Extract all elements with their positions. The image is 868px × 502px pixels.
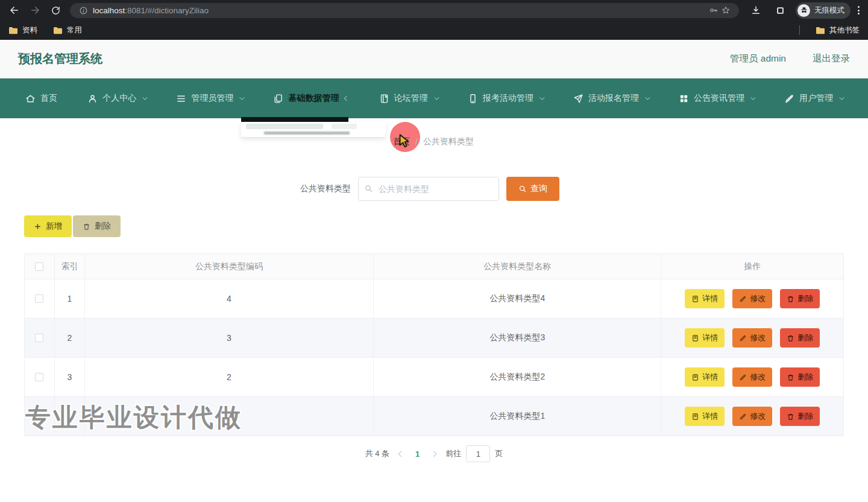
edit-button[interactable]: 修改 xyxy=(732,407,772,426)
table-toolbar: 新增 删除 xyxy=(24,215,121,237)
delete-button[interactable]: 删除 xyxy=(780,407,820,426)
nav-item-label: 公告资讯管理 xyxy=(694,93,744,104)
other-bookmarks[interactable]: 其他书签 xyxy=(816,25,860,36)
plus-icon xyxy=(34,223,42,230)
row-checkbox[interactable] xyxy=(35,334,43,342)
incognito-badge[interactable]: 无痕模式 xyxy=(796,2,851,19)
select-all-checkbox[interactable] xyxy=(35,262,43,271)
table-header-row: 索引 公共资料类型编码 公共资料类型名称 操作 xyxy=(25,254,843,279)
document-copy-icon xyxy=(273,94,283,104)
row-checkbox[interactable] xyxy=(35,373,43,381)
delete-button-label: 删除 xyxy=(797,411,813,422)
nav-item-basic-data-management[interactable]: 基础数据管理 xyxy=(273,93,348,104)
breadcrumb-separator: / xyxy=(415,137,418,147)
row-checkbox[interactable] xyxy=(35,294,43,303)
pagination-page-unit: 页 xyxy=(495,448,503,459)
user-icon xyxy=(87,94,98,104)
bookmark-folder-changyong[interactable]: 常用 xyxy=(53,25,82,36)
pagination-goto-input[interactable] xyxy=(466,445,490,462)
row-code: 2 xyxy=(85,358,374,397)
nav-item-label: 首页 xyxy=(40,93,57,104)
nav-item-announcement-management[interactable]: 公告资讯管理 xyxy=(679,93,754,104)
pagination: 共 4 条 1 前往 页 xyxy=(0,445,868,462)
column-header-actions: 操作 xyxy=(661,254,843,279)
detail-button-label: 详情 xyxy=(702,293,718,304)
pagination-prev-icon[interactable] xyxy=(398,451,404,457)
detail-button[interactable]: 详情 xyxy=(685,407,725,426)
bookmark-folder-ziliao[interactable]: 资料 xyxy=(8,25,37,36)
home-icon xyxy=(25,94,36,104)
trash-icon xyxy=(787,413,794,421)
app-title: 预报名管理系统 xyxy=(18,51,102,67)
nav-item-label: 管理员管理 xyxy=(191,93,233,104)
row-code: 4 xyxy=(85,279,374,319)
key-icon[interactable] xyxy=(708,4,720,16)
edit-button[interactable]: 修改 xyxy=(732,289,772,308)
search-icon xyxy=(518,185,527,193)
submenu-panel-partial xyxy=(241,122,386,138)
breadcrumb-current: 公共资料类型 xyxy=(423,136,474,147)
query-button[interactable]: 查询 xyxy=(506,177,559,201)
column-header-name: 公共资料类型名称 xyxy=(374,254,661,279)
edit-button[interactable]: 修改 xyxy=(732,328,772,348)
nav-item-personal-center[interactable]: 个人中心 xyxy=(87,93,146,104)
chevron-down-icon xyxy=(434,95,439,100)
table-row: 1 4 公共资料类型4 详情 修改 删除 xyxy=(25,279,843,319)
nav-item-home[interactable]: 首页 xyxy=(25,93,57,104)
url-bar[interactable]: localhost:8081/#/dictionaryZiliao xyxy=(70,3,739,18)
kebab-menu-icon[interactable] xyxy=(858,6,860,14)
column-header-index: 索引 xyxy=(55,254,85,279)
nav-item-exam-activity-management[interactable]: 报考活动管理 xyxy=(468,93,543,104)
nav-item-activity-signup-management[interactable]: 活动报名管理 xyxy=(573,93,649,104)
browser-action-icons: 无痕模式 xyxy=(745,2,862,19)
detail-button[interactable]: 详情 xyxy=(685,289,725,308)
bulk-delete-button[interactable]: 删除 xyxy=(73,215,121,237)
url-text: localhost:8081/#/dictionaryZiliao xyxy=(93,6,708,15)
nav-item-label: 个人中心 xyxy=(102,93,136,104)
nav-item-admin-management[interactable]: 管理员管理 xyxy=(176,93,243,104)
delete-button[interactable]: 删除 xyxy=(780,289,820,308)
bookmarks-bar: 资料 常用 其他书签 xyxy=(0,21,868,40)
delete-button[interactable]: 删除 xyxy=(780,328,820,348)
table-row: 2 3 公共资料类型3 详情 修改 删除 xyxy=(25,319,843,358)
trash-icon xyxy=(83,223,90,230)
add-button[interactable]: 新增 xyxy=(24,215,72,237)
back-icon[interactable] xyxy=(6,2,23,19)
search-input[interactable] xyxy=(358,177,499,201)
trash-icon xyxy=(787,373,794,381)
logout-link[interactable]: 退出登录 xyxy=(813,52,850,65)
pen-icon xyxy=(739,295,747,303)
delete-button-label: 删除 xyxy=(797,372,813,383)
row-checkbox[interactable] xyxy=(35,412,43,421)
edit-button[interactable]: 修改 xyxy=(732,367,772,387)
edit-button-label: 修改 xyxy=(750,332,766,343)
document-icon xyxy=(691,295,699,303)
nav-item-forum-management[interactable]: 论坛管理 xyxy=(379,93,438,104)
detail-button[interactable]: 详情 xyxy=(685,328,725,348)
nav-item-label: 论坛管理 xyxy=(394,93,428,104)
bookmark-label: 常用 xyxy=(67,25,82,36)
query-button-label: 查询 xyxy=(530,183,547,194)
tab-switcher-icon[interactable] xyxy=(772,2,788,19)
pagination-current-page[interactable]: 1 xyxy=(413,450,422,459)
info-icon[interactable] xyxy=(77,4,89,16)
row-index: 2 xyxy=(55,319,85,358)
trash-icon xyxy=(787,334,794,342)
delete-button[interactable]: 删除 xyxy=(780,367,820,387)
row-index: 3 xyxy=(55,358,85,397)
bookmark-star-icon[interactable] xyxy=(720,4,732,16)
pen-icon xyxy=(739,334,747,342)
pagination-total: 共 4 条 xyxy=(365,448,389,459)
document-icon xyxy=(691,373,699,381)
reload-icon[interactable] xyxy=(47,2,64,19)
edit-button-label: 修改 xyxy=(750,293,766,304)
forward-icon[interactable] xyxy=(27,2,43,19)
chevron-down-icon xyxy=(239,95,244,100)
data-table: 索引 公共资料类型编码 公共资料类型名称 操作 1 4 公共资料类型4 详情 修… xyxy=(24,253,844,436)
pagination-next-icon[interactable] xyxy=(431,451,437,457)
screen: localhost:8081/#/dictionaryZiliao 无痕模式 xyxy=(0,0,868,502)
folder-icon xyxy=(816,27,825,34)
nav-item-user-management[interactable]: 用户管理 xyxy=(784,93,843,104)
download-icon[interactable] xyxy=(747,2,764,19)
detail-button[interactable]: 详情 xyxy=(685,367,725,387)
